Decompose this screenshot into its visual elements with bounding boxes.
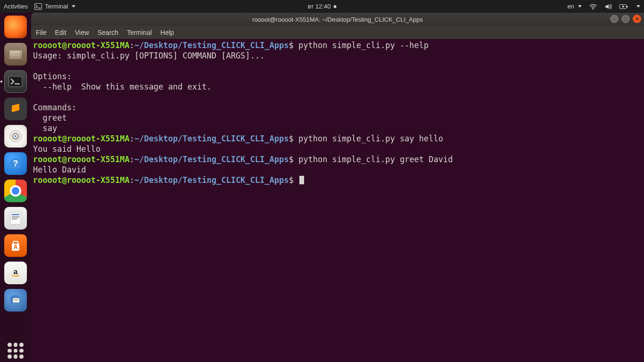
clock-area[interactable]: вт 12:40 (308, 3, 337, 10)
svg-text:a: a (14, 268, 18, 276)
terminal-line: Usage: simple_cli.py [OPTIONS] COMMAND [… (33, 50, 642, 61)
launcher-chrome[interactable] (4, 180, 27, 202)
menu-terminal[interactable]: Terminal (127, 29, 152, 36)
grid-icon (8, 343, 24, 359)
help-icon: ? (9, 157, 22, 170)
gnome-top-bar: Activities Terminal вт 12:40 en (0, 0, 644, 13)
menu-edit[interactable]: Edit (55, 29, 66, 36)
volume-icon[interactable] (604, 3, 612, 10)
files-icon (8, 49, 23, 60)
svg-rect-20 (12, 219, 17, 220)
terminal-line: greet (33, 113, 642, 123)
terminal-line: Commands: (33, 102, 642, 113)
terminal-line: roooot@roooot-X551MA:~/Desktop/Testing_C… (33, 175, 642, 185)
window-titlebar[interactable]: roooot@roooot-X551MA: ~/Desktop/Testing_… (31, 13, 644, 26)
input-source-indicator[interactable]: en (568, 3, 582, 10)
svg-point-9 (20, 57, 21, 58)
menu-view[interactable]: View (75, 29, 89, 36)
launcher-writer[interactable] (4, 207, 27, 230)
close-button[interactable]: ✕ (633, 15, 641, 23)
dock: ?Aa (0, 13, 31, 362)
svg-point-8 (20, 54, 21, 55)
rhythmbox-icon (9, 130, 22, 142)
launcher-terminal[interactable] (4, 70, 27, 93)
terminal-line: Hello David (33, 165, 642, 175)
system-menu-chevron-icon[interactable] (636, 5, 640, 8)
terminal-line: roooot@roooot-X551MA:~/Desktop/Testing_C… (33, 40, 642, 50)
app-menu-label: Terminal (45, 3, 68, 10)
svg-rect-10 (9, 76, 22, 87)
menu-file[interactable]: File (36, 29, 47, 36)
svg-point-13 (15, 135, 17, 137)
launcher-sublime[interactable] (4, 98, 27, 120)
menu-help[interactable]: Help (160, 29, 174, 36)
wifi-icon[interactable] (589, 3, 597, 10)
software-icon: A (9, 239, 22, 252)
svg-point-7 (20, 51, 21, 52)
activities-label: Activities (4, 3, 28, 10)
terminal-line: Options: (33, 71, 642, 82)
svg-text:?: ? (13, 159, 18, 168)
launcher-rhythmbox[interactable] (4, 125, 27, 148)
terminal-line (33, 61, 642, 71)
show-applications-button[interactable] (4, 339, 27, 362)
svg-rect-19 (12, 217, 19, 218)
terminal-line (33, 92, 642, 102)
chevron-down-icon (578, 5, 582, 8)
svg-point-1 (593, 8, 594, 9)
terminal-line: --help Show this message and exit. (33, 82, 642, 92)
svg-rect-3 (627, 6, 628, 8)
clock-label: вт 12:40 (308, 3, 331, 10)
launcher-amazon[interactable]: a (4, 262, 27, 284)
app-menu[interactable]: Terminal (34, 3, 75, 10)
svg-rect-17 (12, 214, 19, 215)
minimize-button[interactable]: – (610, 15, 619, 23)
launcher-software[interactable]: A (4, 234, 27, 257)
svg-rect-0 (35, 3, 42, 9)
terminal-line: You said Hello (33, 144, 642, 154)
launcher-firefox[interactable] (4, 16, 27, 38)
svg-rect-16 (10, 212, 21, 224)
terminal-icon (8, 76, 23, 87)
maximize-button[interactable]: □ (621, 15, 630, 23)
launcher-thunderbird[interactable] (4, 289, 27, 312)
svg-rect-18 (12, 216, 19, 217)
launcher-help[interactable]: ? (4, 152, 27, 175)
lang-label: en (568, 3, 574, 10)
terminal-line: roooot@roooot-X551MA:~/Desktop/Testing_C… (33, 133, 642, 144)
notification-dot-icon (333, 5, 336, 8)
svg-text:A: A (14, 244, 18, 250)
sublime-icon (8, 102, 23, 116)
writer-icon (9, 211, 22, 225)
activities-button[interactable]: Activities (4, 3, 28, 10)
menu-search[interactable]: Search (98, 29, 118, 36)
terminal-body[interactable]: roooot@roooot-X551MA:~/Desktop/Testing_C… (31, 39, 644, 362)
battery-icon[interactable] (619, 4, 628, 9)
terminal-window: roooot@roooot-X551MA: ~/Desktop/Testing_… (31, 13, 644, 362)
amazon-icon: a (9, 266, 22, 280)
terminal-menubar: FileEditViewSearchTerminalHelp (31, 26, 644, 39)
terminal-line: roooot@roooot-X551MA:~/Desktop/Testing_C… (33, 154, 642, 165)
thunderbird-icon (8, 294, 23, 306)
cursor-icon (299, 176, 304, 184)
terminal-icon (34, 3, 42, 10)
window-title: roooot@roooot-X551MA: ~/Desktop/Testing_… (252, 16, 423, 23)
chevron-down-icon (72, 5, 75, 8)
launcher-files[interactable] (4, 43, 27, 66)
terminal-line: say (33, 123, 642, 133)
